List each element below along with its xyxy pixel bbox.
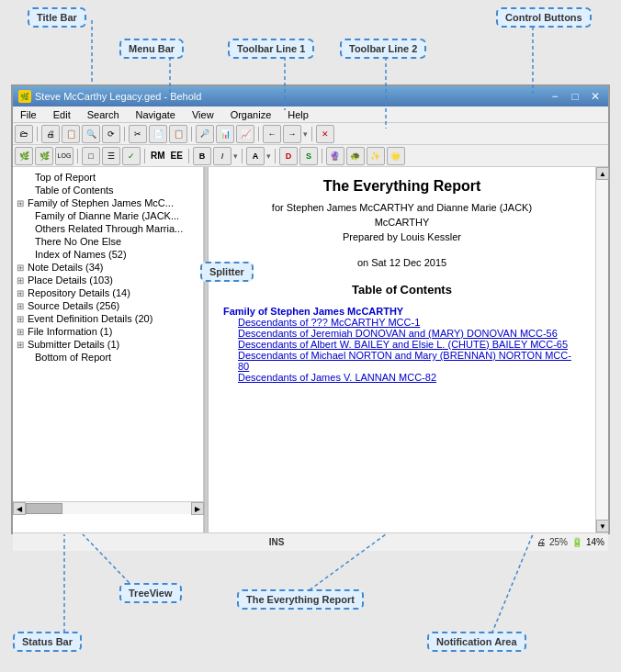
tb2-bold[interactable]: B [193, 147, 211, 165]
tree-event-definition[interactable]: ⊞Event Definition Details (20) [13, 312, 203, 325]
sep5 [311, 127, 312, 141]
treeview-panel[interactable]: Top of Report Table of Contents ⊞Family … [13, 167, 204, 532]
title-bar-controls: − □ ✕ [548, 90, 603, 103]
tb1-search[interactable]: 🔍 [82, 125, 100, 143]
hscroll-left-btn[interactable]: ◀ [13, 502, 26, 515]
menu-organize[interactable]: Organize [227, 109, 276, 120]
treeview-annotation: TreeView [119, 583, 182, 603]
toc-entry-1[interactable]: Descendants of Jeremiah DONOVAN and (MAR… [223, 328, 581, 339]
sep6 [77, 149, 78, 163]
sep3 [191, 127, 192, 141]
menu-help[interactable]: Help [284, 109, 312, 120]
tree-table-of-contents[interactable]: Table of Contents [13, 184, 203, 196]
tree-source-details[interactable]: ⊞Source Details (256) [13, 299, 203, 312]
tb1-copy2[interactable]: 📋 [169, 125, 187, 143]
tb1-copy[interactable]: 📋 [62, 125, 80, 143]
tb2-ee[interactable]: EE [169, 151, 185, 161]
tb2-icon4[interactable]: 🐢 [346, 147, 365, 165]
tb2-icon2[interactable]: 🌿 [35, 147, 53, 165]
tree-submitter-details[interactable]: ⊞Submitter Details (1) [13, 338, 203, 351]
expand-icon: ⊞ [17, 314, 28, 324]
tb1-dropdown: ▾ [303, 129, 308, 139]
menu-navigate[interactable]: Navigate [132, 109, 179, 120]
sep4 [258, 127, 259, 141]
tree-place-details[interactable]: ⊞Place Details (103) [13, 274, 203, 286]
toc-entry-2[interactable]: Descendants of Albert W. BAILEY and Elsi… [223, 339, 581, 350]
toc-entry-4[interactable]: Descendants of James V. LANNAN MCC-82 [223, 372, 581, 383]
tb1-cut[interactable]: ✂ [129, 125, 147, 143]
vertical-scrollbar[interactable]: ▲ ▼ [595, 167, 608, 532]
expand-icon: ⊞ [17, 275, 28, 286]
tb2-a[interactable]: A [246, 147, 265, 165]
tb2-icon5[interactable]: ✨ [367, 147, 385, 165]
tb2-log[interactable]: LOG [55, 147, 73, 165]
tb2-italic[interactable]: I [213, 147, 231, 165]
hscroll-right-btn[interactable]: ▶ [191, 502, 204, 515]
status-right: 🖨 25% 🔋 14% [536, 537, 604, 547]
tb1-find[interactable]: 🔎 [196, 125, 214, 143]
menu-bar: File Edit Search Navigate View Organize … [13, 106, 608, 123]
everything-report-annotation: The Everything Report [237, 589, 364, 610]
status-bar: INS 🖨 25% 🔋 14% [13, 532, 608, 551]
tb1-paste[interactable]: 📄 [149, 125, 167, 143]
title-bar: 🌿 Steve McCarthy Legacy.ged - Behold − □… [13, 86, 608, 106]
tree-top-of-report[interactable]: Top of Report [13, 171, 203, 184]
tb1-chart2[interactable]: 📈 [236, 125, 254, 143]
window-title: Steve McCarthy Legacy.ged - Behold [35, 91, 201, 102]
tb1-close[interactable]: ✕ [316, 125, 334, 143]
tb2-dropdown1: ▾ [233, 151, 238, 161]
tb1-refresh[interactable]: ⟳ [102, 125, 120, 143]
title-bar-annotation: Title Bar [28, 7, 86, 28]
tb2-icon1[interactable]: 🌿 [15, 147, 33, 165]
tree-index-of-names[interactable]: Index of Names (52) [13, 248, 203, 261]
report-panel[interactable]: The Everything Report for Stephen James … [209, 167, 595, 532]
hscroll-thumb [26, 503, 62, 514]
expand-icon: ⊞ [17, 340, 28, 350]
tb1-back[interactable]: ← [263, 125, 281, 143]
toc-entry-0[interactable]: Descendants of ??? McCARTHY MCC-1 [223, 317, 581, 328]
tree-file-information[interactable]: ⊞File Information (1) [13, 325, 203, 338]
tb2-box[interactable]: □ [82, 147, 100, 165]
scroll-down-btn[interactable]: ▼ [596, 520, 609, 532]
tree-note-details[interactable]: ⊞Note Details (34) [13, 261, 203, 274]
toc-family-title[interactable]: Family of Stephen James McCARTHY [223, 306, 581, 317]
tree-there-no-one[interactable]: There No One Else [13, 235, 203, 248]
status-battery: 14% [586, 537, 604, 547]
tb2-d[interactable]: D [279, 147, 298, 165]
svg-line-9 [487, 534, 533, 645]
splitter-annotation: Splitter [200, 262, 254, 282]
sep11 [322, 149, 322, 163]
tree-others-related[interactable]: Others Related Through Marria... [13, 222, 203, 235]
tb2-lines[interactable]: ☰ [102, 147, 120, 165]
tb2-dropdown2: ▾ [266, 151, 271, 161]
tb2-s[interactable]: S [299, 147, 318, 165]
hscroll-track [26, 502, 191, 514]
tree-repository-details[interactable]: ⊞Repository Details (14) [13, 286, 203, 299]
tree-family-dianne[interactable]: Family of Dianne Marie (JACK... [13, 209, 203, 222]
app-window: 🌿 Steve McCarthy Legacy.ged - Behold − □… [11, 84, 610, 534]
menu-file[interactable]: File [17, 109, 40, 120]
tb1-chart1[interactable]: 📊 [216, 125, 234, 143]
scroll-track [596, 180, 608, 520]
tb1-open[interactable]: 🗁 [15, 125, 33, 143]
close-button[interactable]: ✕ [588, 90, 603, 103]
tb2-check[interactable]: ✓ [122, 147, 141, 165]
tb2-icon3[interactable]: 🔮 [326, 147, 344, 165]
menu-search[interactable]: Search [84, 109, 123, 120]
tb1-print[interactable]: 🖨 [41, 125, 60, 143]
tb2-icon6[interactable]: 🌟 [387, 147, 405, 165]
report-prepared-by: Prepared by Louis Kessler [223, 231, 581, 242]
maximize-button[interactable]: □ [568, 90, 582, 103]
tree-bottom-of-report[interactable]: Bottom of Report [13, 351, 203, 364]
menu-edit[interactable]: Edit [50, 109, 74, 120]
scroll-up-btn[interactable]: ▲ [596, 167, 609, 180]
toc-entry-3[interactable]: Descendants of Michael NORTON and Mary (… [223, 350, 581, 372]
menu-view[interactable]: View [188, 109, 218, 120]
tree-family-stephen[interactable]: ⊞Family of Stephen James McC... [13, 196, 203, 209]
tb1-forward[interactable]: → [283, 125, 301, 143]
toolbar-line1: 🗁 🖨 📋 🔍 ⟳ ✂ 📄 📋 🔎 📊 📈 ← → ▾ ✕ [13, 123, 608, 145]
tb2-rm[interactable]: RM [149, 151, 167, 161]
horizontal-scrollbar-tree[interactable]: ◀ ▶ [13, 501, 204, 514]
expand-icon: ⊞ [17, 198, 28, 208]
minimize-button[interactable]: − [548, 90, 562, 103]
